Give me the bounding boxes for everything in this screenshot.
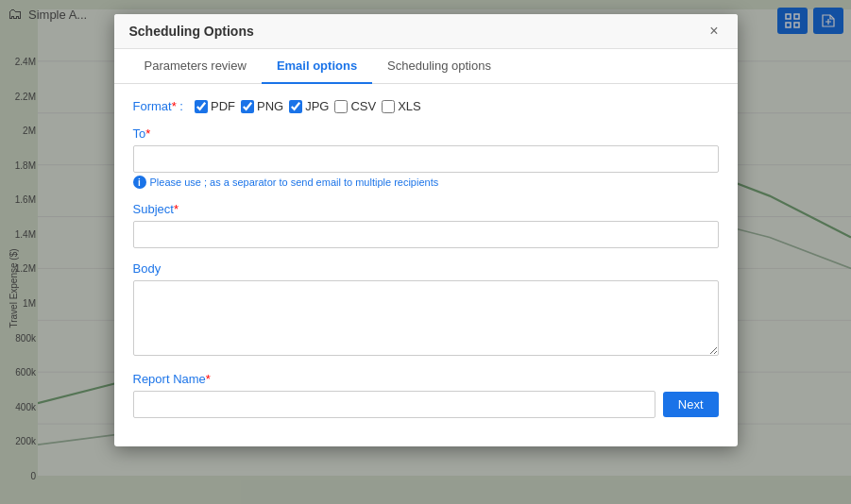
modal-header: Scheduling Options ×	[114, 14, 738, 49]
subject-label: Subject*	[133, 202, 719, 216]
format-jpg-checkbox[interactable]	[289, 100, 302, 113]
format-csv[interactable]: CSV	[334, 99, 376, 113]
next-button[interactable]: Next	[663, 392, 719, 417]
format-png-checkbox[interactable]	[241, 100, 254, 113]
report-name-input[interactable]	[133, 391, 655, 418]
scheduling-options-modal: Scheduling Options × Parameters review E…	[114, 14, 738, 446]
modal-title: Scheduling Options	[129, 24, 254, 39]
report-name-label: Report Name*	[133, 372, 719, 386]
body-label: Body	[133, 261, 719, 276]
to-label: To*	[133, 126, 719, 141]
to-field-group: To* i Please use ; as a separator to sen…	[133, 126, 719, 189]
format-pdf-checkbox[interactable]	[195, 100, 208, 113]
report-name-field-group: Report Name* Next	[133, 372, 719, 418]
modal-overlay: Scheduling Options × Parameters review E…	[0, 0, 851, 504]
to-hint: i Please use ; as a separator to send em…	[133, 176, 719, 189]
modal-body: Format* : PDF PNG JPG CSV	[114, 84, 738, 446]
to-input[interactable]	[133, 145, 719, 173]
modal-close-button[interactable]: ×	[706, 24, 722, 39]
format-csv-checkbox[interactable]	[334, 100, 348, 113]
tab-parameters[interactable]: Parameters review	[129, 49, 262, 84]
format-jpg[interactable]: JPG	[289, 99, 329, 113]
body-field-group: Body	[133, 261, 719, 359]
tab-email[interactable]: Email options	[262, 49, 372, 84]
format-xls-checkbox[interactable]	[382, 100, 395, 113]
subject-input[interactable]	[133, 221, 719, 248]
tab-scheduling[interactable]: Scheduling options	[372, 49, 506, 84]
format-pdf[interactable]: PDF	[195, 99, 235, 113]
body-textarea[interactable]	[133, 280, 719, 356]
format-png[interactable]: PNG	[241, 99, 283, 113]
tabs-bar: Parameters review Email options Scheduli…	[114, 49, 738, 84]
subject-field-group: Subject*	[133, 202, 719, 248]
format-xls[interactable]: XLS	[382, 99, 421, 113]
info-icon: i	[133, 176, 146, 189]
format-row: Format* : PDF PNG JPG CSV	[133, 99, 719, 113]
format-label: Format* :	[133, 99, 183, 113]
